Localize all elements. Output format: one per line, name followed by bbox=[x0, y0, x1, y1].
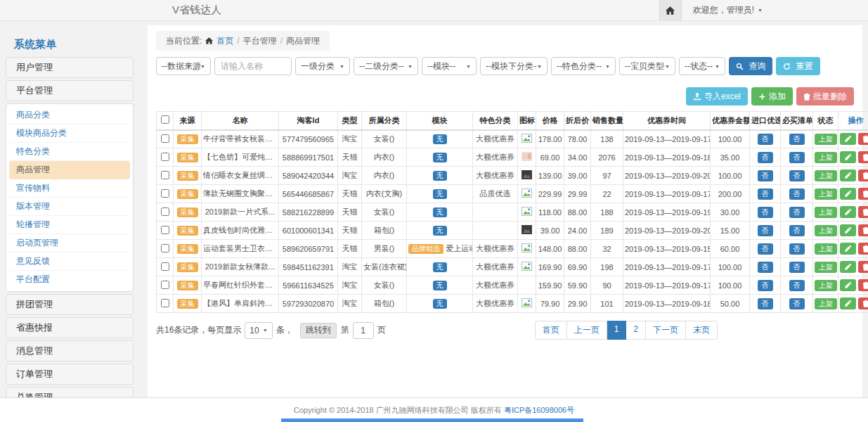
breadcrumb-item[interactable]: 平台管理 bbox=[243, 35, 277, 47]
status-toggle[interactable]: 上架 bbox=[815, 207, 837, 218]
must-buy-toggle[interactable]: 否 bbox=[789, 280, 805, 291]
sidebar-subitem[interactable]: 模块商品分类 bbox=[9, 124, 130, 143]
row-checkbox[interactable] bbox=[161, 244, 169, 252]
home-button[interactable] bbox=[659, 0, 682, 20]
row-checkbox[interactable] bbox=[161, 134, 169, 143]
edit-button[interactable] bbox=[840, 261, 856, 273]
sidebar-subitem[interactable]: 启动页管理 bbox=[9, 234, 130, 252]
edit-button[interactable] bbox=[840, 279, 856, 291]
pager-item[interactable]: 末页 bbox=[686, 321, 718, 340]
sidebar-subitem[interactable]: 版本管理 bbox=[9, 198, 130, 216]
sidebar-subitem[interactable]: 商品管理 bbox=[9, 161, 130, 179]
select-all-checkbox[interactable] bbox=[161, 115, 169, 124]
jump-button[interactable]: 跳转到 bbox=[300, 323, 337, 338]
must-buy-toggle[interactable]: 否 bbox=[789, 152, 805, 163]
import-select-toggle[interactable]: 否 bbox=[758, 152, 773, 163]
status-toggle[interactable]: 上架 bbox=[815, 188, 837, 200]
sidebar-subitem[interactable]: 意见反馈 bbox=[9, 252, 130, 271]
edit-button[interactable] bbox=[840, 206, 856, 218]
must-buy-toggle[interactable]: 否 bbox=[789, 134, 805, 145]
sidebar-subitem[interactable]: 商品分类 bbox=[9, 106, 130, 124]
status-toggle[interactable]: 上架 bbox=[815, 134, 837, 145]
sidebar-subitem[interactable]: 宣传物料 bbox=[9, 179, 130, 198]
sidebar-item-1[interactable]: 平台管理 bbox=[6, 80, 134, 101]
pager-item[interactable]: 下一页 bbox=[646, 321, 686, 340]
sidebar-subitem[interactable]: 特色分类 bbox=[9, 143, 130, 161]
search-button[interactable]: 查询 bbox=[729, 57, 772, 75]
delete-button[interactable] bbox=[858, 298, 868, 309]
sidebar-item-4[interactable]: 消息管理 bbox=[6, 340, 134, 362]
filter-select-3[interactable]: --模块--▼ bbox=[422, 57, 477, 75]
import-select-toggle[interactable]: 否 bbox=[758, 243, 773, 255]
edit-button[interactable] bbox=[840, 298, 856, 309]
per-page-select[interactable]: 10▼ bbox=[245, 322, 272, 339]
delete-button[interactable] bbox=[858, 243, 868, 255]
sidebar-subitem[interactable]: 轮播管理 bbox=[9, 216, 130, 234]
import-select-toggle[interactable]: 否 bbox=[758, 134, 773, 145]
horizontal-scrollbar-thumb[interactable] bbox=[281, 418, 583, 422]
status-toggle[interactable]: 上架 bbox=[815, 152, 837, 163]
import-select-toggle[interactable]: 否 bbox=[758, 280, 773, 291]
user-menu[interactable]: 欢迎您，管理员! ▼ bbox=[693, 4, 763, 16]
must-buy-toggle[interactable]: 否 bbox=[789, 262, 805, 273]
must-buy-toggle[interactable]: 否 bbox=[789, 188, 805, 200]
must-buy-toggle[interactable]: 否 bbox=[789, 243, 805, 255]
filter-select-6[interactable]: --宝贝类型--▼ bbox=[619, 57, 675, 75]
import-select-toggle[interactable]: 否 bbox=[758, 298, 773, 309]
filter-select-4[interactable]: --模块下分类--▼ bbox=[480, 57, 548, 75]
edit-button[interactable] bbox=[840, 151, 856, 163]
must-buy-toggle[interactable]: 否 bbox=[789, 207, 805, 218]
pager-item[interactable]: 2 bbox=[626, 321, 646, 340]
status-toggle[interactable]: 上架 bbox=[815, 243, 837, 255]
delete-button[interactable] bbox=[858, 188, 868, 200]
delete-button[interactable] bbox=[858, 133, 868, 145]
status-toggle[interactable]: 上架 bbox=[815, 170, 837, 181]
status-toggle[interactable]: 上架 bbox=[815, 262, 837, 273]
edit-button[interactable] bbox=[840, 133, 856, 145]
must-buy-toggle[interactable]: 否 bbox=[789, 170, 805, 181]
edit-button[interactable] bbox=[840, 188, 856, 200]
delete-button[interactable] bbox=[858, 279, 868, 291]
breadcrumb-home-link[interactable]: 首页 bbox=[216, 35, 233, 47]
edit-button[interactable] bbox=[840, 170, 856, 181]
import-select-toggle[interactable]: 否 bbox=[758, 207, 773, 218]
import-select-toggle[interactable]: 否 bbox=[758, 225, 773, 236]
name-search-input[interactable] bbox=[214, 57, 292, 75]
batch-delete-button[interactable]: 批量删除 bbox=[796, 87, 854, 106]
sidebar-item-2[interactable]: 拼团管理 bbox=[6, 294, 134, 315]
must-buy-toggle[interactable]: 否 bbox=[789, 298, 805, 309]
filter-select-1[interactable]: 一级分类▼ bbox=[295, 57, 350, 75]
reset-button[interactable]: 重置 bbox=[776, 57, 820, 75]
delete-button[interactable] bbox=[858, 261, 868, 273]
status-toggle[interactable]: 上架 bbox=[815, 280, 837, 291]
delete-button[interactable] bbox=[858, 224, 868, 236]
row-checkbox[interactable] bbox=[161, 171, 169, 179]
pager-item[interactable]: 首页 bbox=[535, 321, 567, 340]
status-toggle[interactable]: 上架 bbox=[815, 298, 837, 309]
delete-button[interactable] bbox=[858, 170, 868, 181]
row-checkbox[interactable] bbox=[161, 281, 169, 289]
import-select-toggle[interactable]: 否 bbox=[758, 188, 773, 200]
breadcrumb-item[interactable]: 商品管理 bbox=[286, 35, 320, 47]
sidebar-item-0[interactable]: 用户管理 bbox=[6, 57, 134, 78]
import-select-toggle[interactable]: 否 bbox=[758, 170, 773, 181]
filter-select-5[interactable]: --特色分类--▼ bbox=[551, 57, 616, 75]
data-source-select[interactable]: --数据来源--▼ bbox=[156, 57, 211, 75]
row-checkbox[interactable] bbox=[161, 262, 169, 271]
row-checkbox[interactable] bbox=[161, 189, 169, 198]
row-checkbox[interactable] bbox=[161, 207, 169, 216]
row-checkbox[interactable] bbox=[161, 153, 169, 161]
delete-button[interactable] bbox=[858, 206, 868, 218]
import-select-toggle[interactable]: 否 bbox=[758, 262, 773, 273]
edit-button[interactable] bbox=[840, 224, 856, 236]
row-checkbox[interactable] bbox=[161, 299, 169, 307]
pager-item[interactable]: 上一页 bbox=[567, 321, 607, 340]
filter-select-7[interactable]: --状态--▼ bbox=[679, 57, 725, 75]
sidebar-subitem[interactable]: 平台配置 bbox=[9, 271, 130, 289]
import-excel-button[interactable]: 导入excel bbox=[686, 87, 748, 106]
status-toggle[interactable]: 上架 bbox=[815, 225, 837, 236]
delete-button[interactable] bbox=[858, 151, 868, 163]
sidebar-item-3[interactable]: 省惠快报 bbox=[6, 317, 134, 338]
pager-item[interactable]: 1 bbox=[607, 321, 627, 340]
sidebar-item-5[interactable]: 订单管理 bbox=[6, 364, 134, 385]
